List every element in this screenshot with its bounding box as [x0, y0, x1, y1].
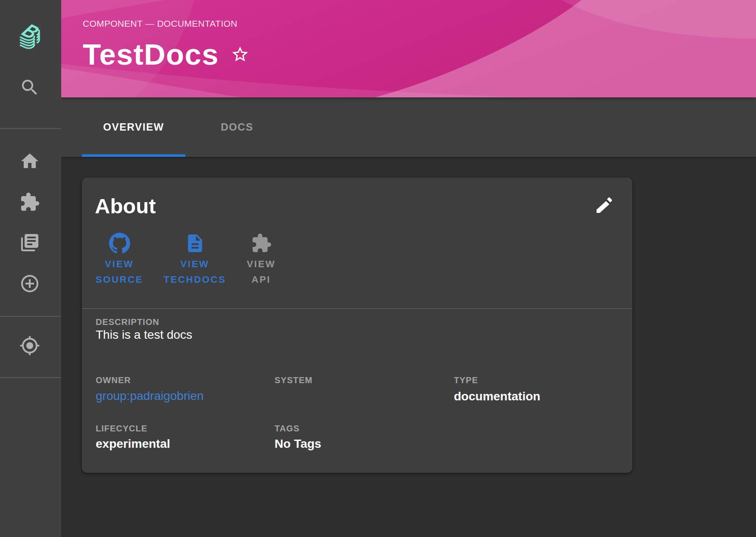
svg-text:B: B — [16, 21, 45, 43]
